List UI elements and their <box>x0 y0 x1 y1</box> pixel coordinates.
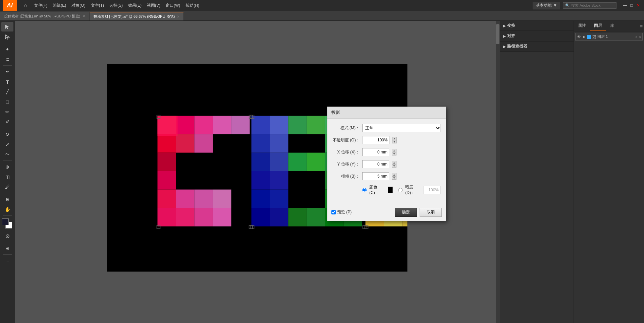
letter-c <box>158 116 250 227</box>
menu-type[interactable]: 文字(T) <box>88 0 107 11</box>
opacity-down[interactable]: ▼ <box>392 140 397 143</box>
y-offset-spinner[interactable]: ▲ ▼ <box>392 161 396 168</box>
search-input[interactable] <box>571 3 614 7</box>
panel-menu-icon[interactable]: ≡ <box>640 23 643 29</box>
tab-1[interactable]: 投稿素材 [已恢复].ai* @ 50% (RGB/GPU 预览) ✕ <box>0 12 90 20</box>
toolbar-separator-4 <box>3 160 12 161</box>
svg-rect-19 <box>158 116 178 136</box>
tab-properties[interactable]: 属性 <box>574 21 590 31</box>
layer-lock-icon[interactable]: ○ <box>635 35 638 39</box>
warp-tool[interactable]: 〜 <box>1 150 13 159</box>
panel-tab-bar: 属性 图层 库 ≡ <box>574 21 644 31</box>
layer-visibility-toggle[interactable]: 👁 <box>577 35 582 39</box>
home-button[interactable]: ⌂ <box>19 1 32 10</box>
x-offset-down[interactable]: ▼ <box>392 152 396 155</box>
menu-edit[interactable]: 编辑(E) <box>50 0 69 11</box>
color-selector[interactable] <box>2 218 13 229</box>
tab-1-close[interactable]: ✕ <box>83 14 85 18</box>
pathfinder-panel-header[interactable]: ▶ 路径查找器 <box>500 41 574 52</box>
tab-library[interactable]: 库 <box>606 21 618 31</box>
darkness-input[interactable] <box>424 186 440 194</box>
transform-panel-header[interactable]: ▶ 变换 <box>500 21 574 31</box>
mode-select[interactable]: 正常 <box>362 124 440 132</box>
y-offset-down[interactable]: ▼ <box>392 164 396 168</box>
cancel-button[interactable]: 取消 <box>420 208 442 217</box>
pencil-tool[interactable]: ✐ <box>1 117 13 127</box>
fill-none[interactable]: ⊘ <box>1 231 13 241</box>
dialog-title: 投影 <box>327 107 446 119</box>
menu-window[interactable]: 窗口(W) <box>163 0 183 11</box>
y-offset-input[interactable] <box>362 160 389 168</box>
blur-up[interactable]: ▲ <box>392 173 396 176</box>
mode-label: 模式 (M)： <box>333 125 360 131</box>
blur-down[interactable]: ▼ <box>392 176 396 180</box>
svg-rect-22 <box>270 116 288 134</box>
tab-layers[interactable]: 图层 <box>590 21 606 31</box>
direct-select-tool[interactable] <box>1 32 13 42</box>
layer-expand-icon[interactable]: ▶ <box>583 35 586 39</box>
menu-file[interactable]: 文件(F) <box>32 0 50 11</box>
minimize-button[interactable]: — <box>622 2 628 8</box>
blur-spinner[interactable]: ▲ ▼ <box>392 173 396 180</box>
svg-rect-16 <box>176 208 195 227</box>
preview-checkbox[interactable] <box>331 210 336 214</box>
svg-marker-0 <box>5 25 9 29</box>
rotate-tool[interactable]: ↻ <box>1 130 13 139</box>
svg-rect-15 <box>158 208 176 227</box>
svg-rect-42 <box>270 190 288 208</box>
zoom-tool[interactable]: ⊕ <box>1 195 13 204</box>
opacity-input[interactable] <box>363 136 389 144</box>
color-radio[interactable] <box>362 188 367 192</box>
workspace-selector[interactable]: 基本功能 ▼ <box>533 2 560 9</box>
color-swatch[interactable] <box>388 187 393 193</box>
maximize-button[interactable]: □ <box>629 2 635 8</box>
layer-target-icon[interactable]: ○ <box>639 35 641 39</box>
close-button[interactable]: ✕ <box>635 2 641 8</box>
menu-select[interactable]: 选择(S) <box>107 0 125 11</box>
layer-name[interactable]: 图层 1 <box>597 34 634 39</box>
left-toolbar: ✦ ⊂ ✒ T ╱ □ ✏ ✐ ↻ ⤢ 〜 ⊕ ◫ 🖉 ⊕ ✋ ⊘ ⊞ ··· <box>0 21 15 323</box>
hand-tool[interactable]: ✋ <box>1 205 13 214</box>
eyedropper-tool[interactable]: 🖉 <box>1 182 13 192</box>
menu-effect[interactable]: 效果(E) <box>125 0 144 11</box>
opacity-spinner[interactable]: ▲ ▼ <box>392 137 397 143</box>
layers-panel: 👁 ▶ 🖼 图层 1 ○ ○ <box>574 31 644 42</box>
x-offset-input[interactable] <box>362 148 389 156</box>
darkness-radio[interactable] <box>398 188 402 192</box>
dialog-body: 模式 (M)： 正常 ▼ 不透明度 (O)： ▲ ▼ X 位移 (X)： <box>327 119 446 205</box>
scrollbar-thumb-vertical[interactable] <box>496 24 499 44</box>
menu-view[interactable]: 视图(V) <box>144 0 163 11</box>
paintbrush-tool[interactable]: ✏ <box>1 107 13 117</box>
foreground-color-swatch[interactable] <box>2 218 9 225</box>
collapse-icon-pathfinder: ▶ <box>503 44 506 49</box>
gradient-tool[interactable]: ◫ <box>1 172 13 182</box>
scale-tool[interactable]: ⤢ <box>1 140 13 149</box>
select-tool[interactable] <box>1 22 13 31</box>
rectangle-tool[interactable]: □ <box>1 97 13 107</box>
search-box[interactable]: 🔍 <box>563 2 616 9</box>
blur-input[interactable] <box>362 172 389 180</box>
lasso-tool[interactable]: ⊂ <box>1 55 13 64</box>
svg-rect-51 <box>307 208 325 227</box>
shape-builder-tool[interactable]: ⊕ <box>1 162 13 172</box>
pen-tool[interactable]: ✒ <box>1 67 13 76</box>
more-tools[interactable]: ··· <box>1 256 13 265</box>
opacity-up[interactable]: ▲ <box>392 137 397 140</box>
x-offset-up[interactable]: ▲ <box>392 149 396 152</box>
tab-2-close[interactable]: ✕ <box>177 15 179 18</box>
dialog-footer: 预览 (P) 确定 取消 <box>327 205 446 221</box>
menu-object[interactable]: 对象(O) <box>69 0 88 11</box>
magic-wand-tool[interactable]: ✦ <box>1 45 13 54</box>
type-tool[interactable]: T <box>1 77 13 86</box>
y-offset-up[interactable]: ▲ <box>392 161 396 164</box>
x-offset-spinner[interactable]: ▲ ▼ <box>392 149 396 155</box>
tab-2[interactable]: 投稿素材 [已恢复].ai* @ 66.67% (RGB/GPU 预览) ✕ <box>90 12 184 20</box>
confirm-button[interactable]: 确定 <box>395 208 417 217</box>
vertical-scrollbar[interactable] <box>496 21 500 323</box>
svg-rect-41 <box>252 190 270 208</box>
color-row: 颜色 (C)： 暗度 (D)： <box>333 184 440 196</box>
artboard-tool[interactable]: ⊞ <box>1 244 13 253</box>
menu-help[interactable]: 帮助(H) <box>183 0 202 11</box>
line-tool[interactable]: ╱ <box>1 87 13 96</box>
align-panel-header[interactable]: ▶ 对齐 <box>500 31 574 41</box>
